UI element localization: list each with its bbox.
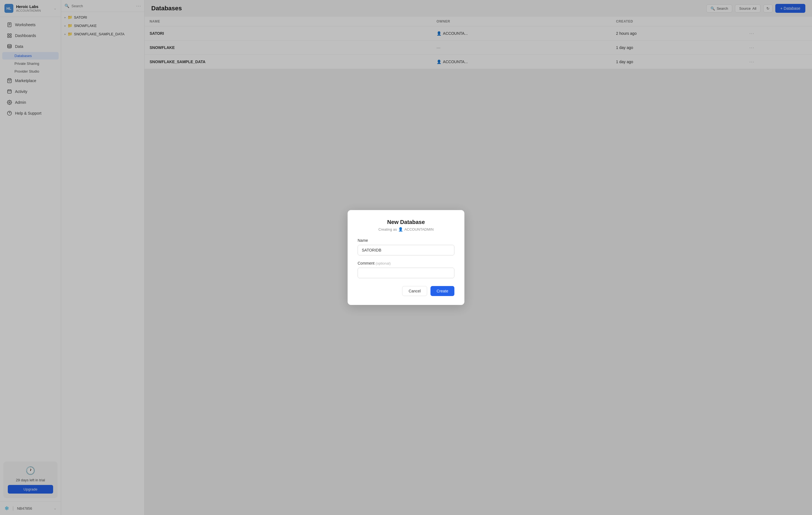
user-icon: 👤 <box>398 227 403 232</box>
name-input[interactable] <box>358 245 454 255</box>
modal-subtitle: Creating as 👤 ACCOUNTADMIN <box>358 227 454 232</box>
modal-title: New Database <box>358 219 454 225</box>
optional-label: (optional) <box>376 261 391 265</box>
comment-input[interactable] <box>358 268 454 278</box>
modal-subtitle-user: ACCOUNTADMIN <box>404 227 434 232</box>
modal-subtitle-text: Creating as <box>378 227 397 232</box>
new-database-modal: New Database Creating as 👤 ACCOUNTADMIN … <box>348 210 464 305</box>
cancel-button[interactable]: Cancel <box>402 286 427 296</box>
comment-field-label: Comment (optional) <box>358 261 454 265</box>
name-field-label: Name <box>358 238 454 243</box>
modal-overlay[interactable]: New Database Creating as 👤 ACCOUNTADMIN … <box>0 0 812 515</box>
modal-actions: Cancel Create <box>358 286 454 296</box>
create-button[interactable]: Create <box>431 286 454 296</box>
